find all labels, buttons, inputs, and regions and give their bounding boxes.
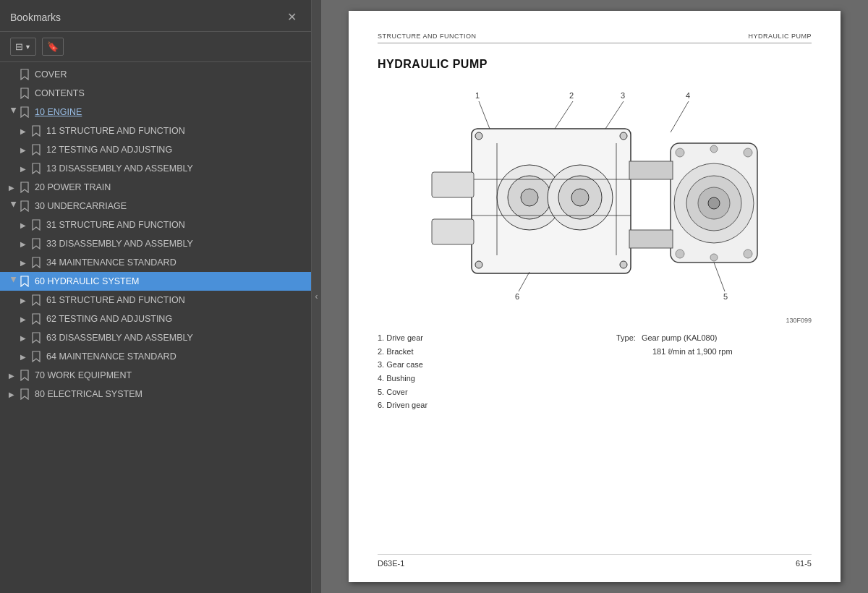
page-footer: D63E-1 61-5 [378, 554, 812, 568]
svg-line-35 [714, 263, 725, 291]
bookmark-item-30-undercarriage[interactable]: ▶ 30 UNDERCARRIAGE [0, 197, 311, 216]
bookmark-item-cover[interactable]: COVER [0, 65, 311, 84]
chevron-icon: ▶ [9, 372, 19, 380]
bookmark-item-60-hydraulic[interactable]: ▶ 60 HYDRAULIC SYSTEM [0, 272, 311, 291]
chevron-icon: ▶ [20, 334, 30, 342]
bookmark-item-63-disassembly[interactable]: ▶ 63 DISASSEMBLY AND ASSEMBLY [0, 328, 311, 347]
svg-point-26 [710, 145, 718, 153]
bookmark-item-13-disassembly[interactable]: ▶ 13 DISASSEMBLY AND ASSEMBLY [0, 159, 311, 178]
parts-right: Type:Gear pump (KAL080)181 ℓ/min at 1,90… [616, 331, 812, 412]
pump-diagram: 1 2 3 4 5 6 [385, 85, 804, 302]
bookmark-label: 33 DISASSEMBLY AND ASSEMBLY [46, 239, 305, 249]
bookmark-item-61-structure[interactable]: ▶ 61 STRUCTURE AND FUNCTION [0, 291, 311, 310]
bookmark-icon [20, 182, 30, 193]
bookmark-item-10-engine[interactable]: ▶ 10 ENGINE [0, 103, 311, 121]
chevron-icon: ▶ [9, 391, 19, 398]
part-type: Type:Gear pump (KAL080) [616, 331, 812, 345]
list-view-button[interactable]: ⊟ ▼ [10, 38, 36, 56]
bookmark-item-34-maintenance[interactable]: ▶ 34 MAINTENANCE STANDARD [0, 253, 311, 272]
chevron-icon: ▶ [20, 127, 30, 135]
bookmark-button[interactable]: 🔖 [42, 38, 64, 56]
svg-point-25 [744, 249, 752, 258]
svg-point-3 [521, 189, 538, 206]
bookmark-item-70-work[interactable]: ▶ 70 WORK EQUIPMENT [0, 366, 311, 385]
bookmark-label: 64 MAINTENANCE STANDARD [46, 351, 305, 362]
svg-point-13 [475, 132, 482, 140]
bookmark-icon [20, 88, 30, 99]
bookmark-label: 20 POWER TRAIN [35, 182, 305, 192]
bookmark-item-31-structure[interactable]: ▶ 31 STRUCTURE AND FUNCTION [0, 216, 311, 234]
svg-rect-11 [432, 172, 474, 197]
bookmark-icon [20, 276, 30, 287]
part-item: 4. Bushing [378, 372, 573, 385]
svg-text:5: 5 [723, 292, 728, 301]
bookmark-label: COVER [35, 69, 305, 80]
svg-line-31 [555, 101, 573, 129]
bookmark-item-62-testing[interactable]: ▶ 62 TESTING AND ADJUSTING [0, 310, 311, 328]
svg-text:3: 3 [621, 91, 625, 100]
bookmark-label: 13 DISASSEMBLY AND ASSEMBLY [46, 163, 305, 174]
toolbar: ⊟ ▼ 🔖 [0, 32, 311, 62]
bookmark-label: 60 HYDRAULIC SYSTEM [35, 276, 305, 286]
bookmark-item-20-power[interactable]: ▶ 20 POWER TRAIN [0, 178, 311, 197]
bookmark-icon [32, 125, 42, 137]
chevron-icon: ▶ [20, 146, 30, 154]
bookmark-list: COVER CONTENTS▶ 10 ENGINE▶ 11 STRUCTURE … [0, 62, 311, 593]
chevron-icon: ▶ [20, 296, 30, 304]
bookmark-icon [32, 238, 42, 249]
svg-point-16 [620, 261, 627, 268]
bookmark-label: 10 ENGINE [35, 107, 305, 117]
svg-line-30 [479, 101, 490, 129]
svg-point-22 [676, 148, 684, 157]
page-title: HYDRAULIC PUMP [378, 58, 812, 71]
chevron-icon: ▶ [20, 240, 30, 248]
svg-rect-12 [432, 219, 474, 244]
close-button[interactable]: ✕ [283, 9, 301, 25]
bookmark-icon [20, 200, 30, 212]
svg-text:4: 4 [686, 91, 690, 100]
page-header: STRUCTURE AND FUNCTION HYDRAULIC PUMP [378, 33, 812, 43]
sidebar-title: Bookmarks [10, 12, 61, 23]
svg-line-32 [605, 101, 624, 129]
bookmark-item-11-structure[interactable]: ▶ 11 STRUCTURE AND FUNCTION [0, 121, 311, 140]
bookmark-label: 31 STRUCTURE AND FUNCTION [46, 220, 305, 230]
page-view: STRUCTURE AND FUNCTION HYDRAULIC PUMP HY… [349, 11, 841, 582]
part-item: 1. Drive gear [378, 331, 573, 345]
svg-point-15 [475, 261, 482, 268]
footer-right: 61-5 [796, 559, 812, 568]
bookmark-icon [20, 69, 30, 80]
bookmark-item-33-disassembly[interactable]: ▶ 33 DISASSEMBLY AND ASSEMBLY [0, 234, 311, 253]
bookmark-item-64-maintenance[interactable]: ▶ 64 MAINTENANCE STANDARD [0, 347, 311, 366]
diagram-area: 1 2 3 4 5 6 [378, 85, 812, 302]
chevron-icon: ▶ [10, 107, 18, 117]
svg-rect-29 [629, 230, 673, 248]
svg-point-24 [676, 249, 684, 258]
svg-point-6 [571, 189, 589, 206]
chevron-icon: ▶ [20, 353, 30, 361]
svg-line-34 [519, 272, 529, 291]
svg-text:2: 2 [569, 91, 574, 100]
bookmark-icon [32, 351, 42, 362]
header-left: STRUCTURE AND FUNCTION [378, 33, 477, 40]
svg-point-23 [744, 148, 752, 157]
bookmark-icon [32, 332, 42, 344]
bookmark-label: 34 MAINTENANCE STANDARD [46, 257, 305, 268]
bookmark-label: CONTENTS [35, 88, 305, 98]
svg-point-21 [708, 197, 720, 209]
part-item: 2. Bracket [378, 345, 573, 359]
bookmark-label: 70 WORK EQUIPMENT [35, 370, 305, 380]
svg-text:1: 1 [475, 91, 480, 100]
bookmark-icon [32, 163, 42, 174]
bookmark-item-contents[interactable]: CONTENTS [0, 84, 311, 103]
chevron-icon: ▶ [10, 276, 18, 286]
part-item: 5. Cover [378, 385, 573, 399]
header-right: HYDRAULIC PUMP [748, 33, 812, 40]
bookmark-item-80-electrical[interactable]: ▶ 80 ELECTRICAL SYSTEM [0, 385, 311, 404]
list-icon: ⊟ [15, 41, 23, 52]
dropdown-arrow-icon: ▼ [25, 43, 31, 51]
bookmark-item-12-testing[interactable]: ▶ 12 TESTING AND ADJUSTING [0, 140, 311, 159]
bookmark-icon [20, 388, 30, 400]
collapse-panel-arrow[interactable]: ‹ [311, 0, 321, 593]
bookmark-label: 12 TESTING AND ADJUSTING [46, 145, 305, 155]
chevron-icon: ▶ [10, 201, 18, 211]
